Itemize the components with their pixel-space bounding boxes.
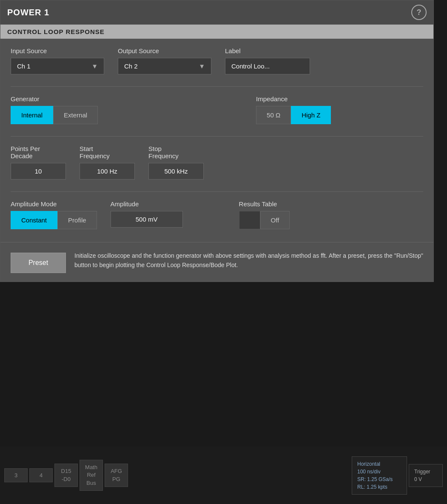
output-source-group: Output Source Ch 2 ▼	[118, 47, 211, 74]
impedance-label: Impedance	[256, 95, 331, 103]
input-source-arrow-icon: ▼	[91, 63, 98, 70]
trigger-value: 0 V	[414, 476, 437, 483]
points-per-decade-label: Points PerDecade	[11, 145, 66, 159]
panel-titlebar: POWER 1 ?	[0, 0, 433, 25]
horizontal-sr: SR: 1.25 GSa/s	[357, 476, 401, 483]
amplitude-mode-profile-button[interactable]: Profile	[57, 211, 97, 229]
help-icon-button[interactable]: ?	[411, 5, 427, 20]
preset-description: Initialize oscilloscope and the function…	[74, 251, 423, 270]
output-source-arrow-icon: ▼	[199, 63, 205, 70]
source-row: Input Source Ch 1 ▼ Output Source Ch 2 ▼…	[11, 47, 423, 74]
amplitude-mode-constant-button[interactable]: Constant	[11, 211, 57, 229]
impedance-group: Impedance 50 Ω High Z	[256, 95, 331, 124]
amplitude-mode-label: Amplitude Mode	[11, 200, 97, 208]
output-source-label: Output Source	[118, 47, 211, 54]
amplitude-mode-btn-group: Constant Profile	[11, 211, 97, 229]
preset-section: Preset Initialize oscilloscope and the f…	[0, 242, 433, 282]
osc-btn-3[interactable]: 3	[4, 468, 28, 482]
results-table-label: Results Table	[239, 200, 290, 208]
amplitude-row: Amplitude Mode Constant Profile Amplitud…	[11, 200, 423, 229]
horizontal-label: Horizontal	[357, 460, 401, 468]
osc-btn-d15d0[interactable]: D15 -D0	[54, 464, 78, 487]
horizontal-info-box: Horizontal 100 ns/div SR: 1.25 GSa/s RL:…	[352, 456, 407, 495]
amplitude-group: Amplitude 500 mV	[111, 200, 183, 228]
generator-label: Generator	[11, 95, 98, 103]
horizontal-value: 100 ns/div	[357, 468, 401, 476]
results-table-btn-group: Off	[239, 211, 290, 229]
amplitude-value[interactable]: 500 mV	[111, 211, 183, 228]
oscilloscope-bottom-bar: 3 4 D15 -D0 Math Ref Bus AFG PG Horizont…	[0, 447, 447, 504]
input-source-group: Input Source Ch 1 ▼	[11, 47, 104, 74]
generator-external-button[interactable]: External	[53, 106, 98, 124]
osc-btn-afg[interactable]: AFG PG	[105, 464, 128, 487]
output-source-dropdown[interactable]: Ch 2 ▼	[118, 58, 211, 74]
label-group: Label Control Loo...	[225, 47, 310, 74]
stop-frequency-value[interactable]: 500 kHz	[148, 163, 204, 179]
impedance-50ohm-button[interactable]: 50 Ω	[256, 106, 291, 124]
stop-frequency-group: StopFrequency 500 kHz	[148, 145, 204, 179]
osc-btn-math[interactable]: Math Ref Bus	[80, 460, 103, 491]
main-panel: POWER 1 ? CONTROL LOOP RESPONSE Input So…	[0, 0, 434, 282]
stop-frequency-label: StopFrequency	[148, 145, 204, 159]
input-source-label: Input Source	[11, 47, 104, 54]
generator-btn-group: Internal External	[11, 106, 98, 124]
label-field-label: Label	[225, 47, 310, 54]
divider-2	[11, 136, 423, 137]
start-frequency-group: StartFrequency 100 Hz	[80, 145, 135, 179]
points-per-decade-group: Points PerDecade 10	[11, 145, 66, 179]
panel-title: POWER 1	[7, 8, 49, 17]
input-source-dropdown[interactable]: Ch 1 ▼	[11, 58, 104, 74]
panel-body: Input Source Ch 1 ▼ Output Source Ch 2 ▼…	[0, 39, 433, 242]
generator-group: Generator Internal External	[11, 95, 98, 124]
results-table-left-spacer	[239, 211, 260, 229]
label-input[interactable]: Control Loo...	[225, 58, 310, 74]
amplitude-label: Amplitude	[111, 200, 183, 208]
start-frequency-label: StartFrequency	[80, 145, 135, 159]
results-table-group: Results Table Off	[239, 200, 290, 229]
section-header: CONTROL LOOP RESPONSE	[0, 25, 433, 39]
amplitude-mode-group: Amplitude Mode Constant Profile	[11, 200, 97, 229]
horizontal-rl: RL: 1.25 kpts	[357, 483, 401, 491]
start-frequency-value[interactable]: 100 Hz	[80, 163, 135, 179]
impedance-highz-button[interactable]: High Z	[291, 106, 331, 124]
osc-btn-4[interactable]: 4	[29, 468, 53, 482]
divider-3	[11, 191, 423, 192]
frequency-row: Points PerDecade 10 StartFrequency 100 H…	[11, 145, 423, 179]
preset-button[interactable]: Preset	[11, 253, 66, 273]
trigger-info-box: Trigger 0 V	[409, 464, 443, 487]
points-per-decade-value[interactable]: 10	[11, 163, 66, 179]
divider-1	[11, 86, 423, 87]
generator-row: Generator Internal External Impedance 50…	[11, 95, 423, 124]
generator-internal-button[interactable]: Internal	[11, 106, 53, 124]
trigger-label: Trigger	[414, 468, 437, 476]
results-table-off-button[interactable]: Off	[260, 211, 290, 229]
impedance-btn-group: 50 Ω High Z	[256, 106, 331, 124]
